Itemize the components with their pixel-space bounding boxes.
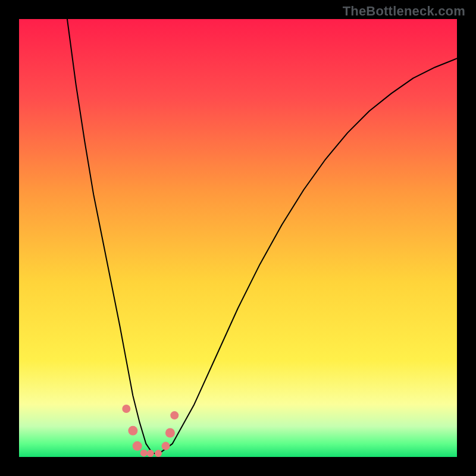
pt-left-low: [133, 441, 142, 451]
pt-bottom-2: [147, 450, 154, 457]
pt-left-mid: [128, 426, 137, 436]
pt-bottom-3: [155, 450, 162, 457]
outer-frame: TheBottleneck.com: [0, 0, 476, 476]
pt-right-low: [162, 442, 170, 450]
pt-right-upper: [170, 411, 178, 419]
pt-right-mid: [165, 428, 175, 438]
bottleneck-curve: [67, 19, 457, 453]
watermark-text: TheBottleneck.com: [343, 4, 465, 19]
plot-area: [19, 19, 457, 457]
chart-svg: [19, 19, 457, 457]
pt-left-upper: [122, 405, 130, 413]
pt-bottom-1: [140, 449, 148, 456]
